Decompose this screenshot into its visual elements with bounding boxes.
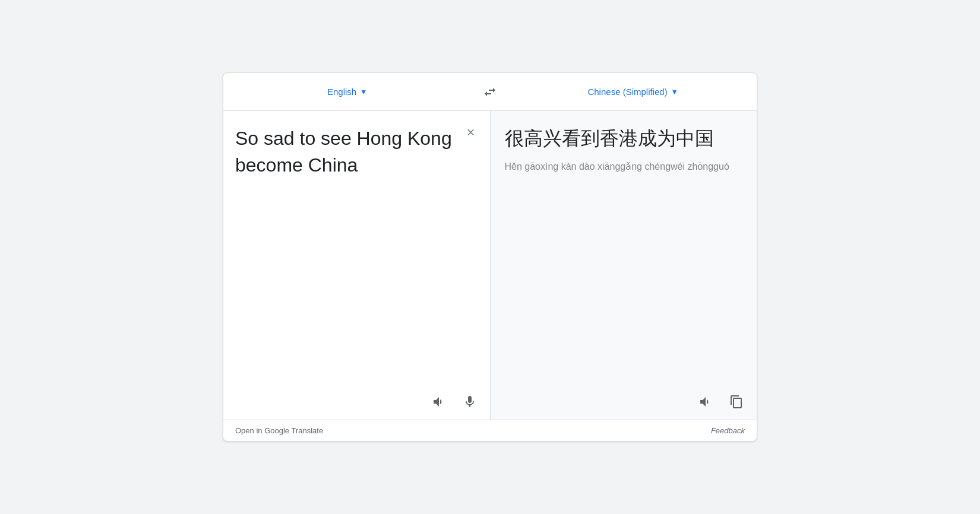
speak-output-button[interactable] bbox=[695, 391, 716, 413]
header-row: English ▼ Chinese (Simplified) ▼ bbox=[223, 73, 757, 111]
source-lang-chevron-icon: ▼ bbox=[360, 88, 367, 96]
target-lang-selector[interactable]: Chinese (Simplified) ▼ bbox=[509, 73, 757, 110]
output-speaker-icon bbox=[698, 395, 713, 409]
clear-button[interactable]: × bbox=[461, 123, 480, 142]
copy-icon bbox=[729, 395, 744, 409]
mic-icon bbox=[463, 395, 477, 409]
input-text: So sad to see Hong Kong become China bbox=[235, 125, 480, 179]
swap-icon bbox=[483, 85, 497, 99]
target-lang-chevron-icon: ▼ bbox=[671, 88, 678, 96]
feedback-link[interactable]: Feedback bbox=[711, 426, 745, 435]
footer-row: Open in Google Translate Feedback bbox=[223, 420, 757, 441]
content-row: So sad to see Hong Kong become China × bbox=[223, 111, 757, 420]
translate-widget: English ▼ Chinese (Simplified) ▼ So sad … bbox=[223, 72, 757, 442]
source-lang-label: English bbox=[327, 87, 356, 97]
swap-languages-button[interactable] bbox=[471, 73, 509, 110]
translation-main-text: 很高兴看到香港成为中国 bbox=[505, 125, 748, 152]
output-toolbar bbox=[491, 386, 757, 420]
output-panel: 很高兴看到香港成为中国 Hěn gāoxìng kàn dào xiānggǎn… bbox=[491, 111, 757, 420]
speaker-icon bbox=[432, 395, 446, 409]
input-toolbar bbox=[223, 386, 490, 420]
output-text-area: 很高兴看到香港成为中国 Hěn gāoxìng kàn dào xiānggǎn… bbox=[491, 111, 757, 386]
copy-button[interactable] bbox=[726, 391, 747, 413]
source-lang-selector[interactable]: English ▼ bbox=[223, 73, 471, 110]
input-text-area[interactable]: So sad to see Hong Kong become China × bbox=[223, 111, 490, 386]
input-panel: So sad to see Hong Kong become China × bbox=[223, 111, 491, 420]
open-in-google-translate-link[interactable]: Open in Google Translate bbox=[235, 426, 323, 435]
mic-button[interactable] bbox=[459, 391, 480, 413]
translation-romanized-text: Hěn gāoxìng kàn dào xiānggǎng chéngwéi z… bbox=[505, 159, 748, 174]
speak-input-button[interactable] bbox=[428, 391, 450, 413]
target-lang-label: Chinese (Simplified) bbox=[587, 87, 667, 97]
